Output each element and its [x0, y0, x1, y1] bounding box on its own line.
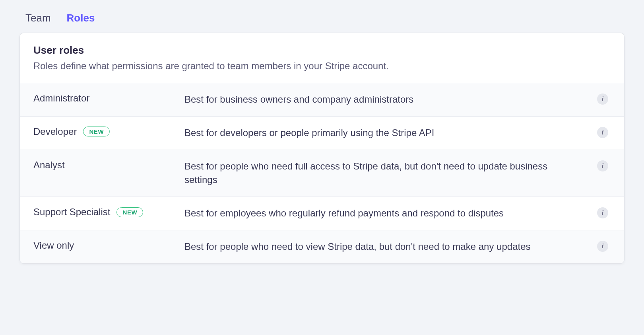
role-name: Analyst	[33, 160, 65, 171]
info-icon[interactable]: i	[597, 207, 608, 218]
info-col: i	[595, 93, 611, 105]
roles-card: User roles Roles define what permissions…	[20, 33, 624, 263]
role-description: Best for developers or people primarily …	[184, 126, 595, 140]
role-description: Best for business owners and company adm…	[184, 93, 595, 107]
tab-team[interactable]: Team	[25, 12, 51, 24]
card-subtitle: Roles define what permissions are grante…	[33, 60, 611, 72]
info-icon[interactable]: i	[597, 127, 608, 138]
new-badge: NEW	[83, 127, 110, 136]
role-name: Developer	[33, 126, 77, 137]
info-col: i	[595, 126, 611, 138]
role-name: Administrator	[33, 93, 89, 104]
role-name-col: View only	[33, 240, 184, 251]
info-col: i	[595, 240, 611, 252]
role-row-developer: Developer NEW Best for developers or peo…	[20, 117, 624, 150]
info-icon[interactable]: i	[597, 93, 608, 105]
role-description: Best for employees who regularly refund …	[184, 206, 595, 220]
role-description: Best for people who need full access to …	[184, 160, 595, 187]
tab-bar: Team Roles	[20, 8, 624, 33]
role-row-view-only: View only Best for people who need to vi…	[20, 230, 624, 263]
role-description: Best for people who need to view Stripe …	[184, 240, 595, 254]
role-name-col: Administrator	[33, 93, 184, 104]
tab-roles[interactable]: Roles	[67, 12, 95, 24]
card-title: User roles	[33, 44, 611, 56]
role-name: Support Specialist	[33, 206, 110, 218]
info-icon[interactable]: i	[597, 241, 608, 252]
role-name-col: Analyst	[33, 160, 184, 171]
role-row-administrator: Administrator Best for business owners a…	[20, 83, 624, 117]
info-col: i	[595, 160, 611, 171]
role-row-support-specialist: Support Specialist NEW Best for employee…	[20, 197, 624, 230]
role-name: View only	[33, 240, 74, 251]
info-icon[interactable]: i	[597, 160, 608, 171]
card-header: User roles Roles define what permissions…	[20, 33, 624, 83]
info-col: i	[595, 206, 611, 218]
role-name-col: Developer NEW	[33, 126, 184, 137]
new-badge: NEW	[116, 207, 143, 217]
role-row-analyst: Analyst Best for people who need full ac…	[20, 150, 624, 197]
role-name-col: Support Specialist NEW	[33, 206, 184, 218]
